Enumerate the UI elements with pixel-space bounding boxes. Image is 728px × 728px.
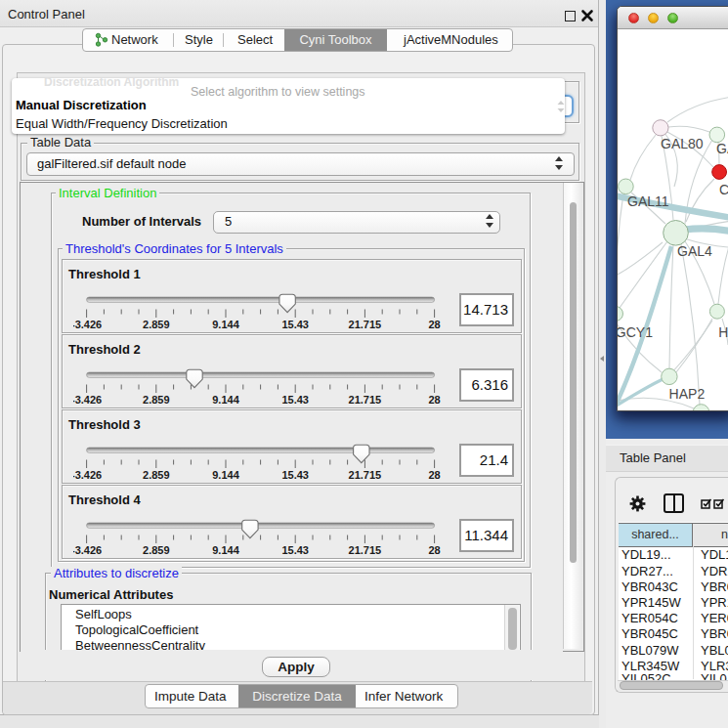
svg-text:28: 28 [428, 544, 440, 555]
svg-text:-3.426: -3.426 [73, 544, 102, 555]
svg-text:GAL4: GAL4 [677, 243, 712, 259]
svg-text:-3.426: -3.426 [73, 319, 102, 329]
svg-text:21.715: 21.715 [349, 544, 382, 555]
svg-text:2.859: 2.859 [143, 544, 170, 555]
svg-text:GAL80: GAL80 [661, 136, 704, 151]
svg-text:28: 28 [428, 319, 440, 329]
svg-text:9.144: 9.144 [212, 319, 239, 329]
svg-text:GCY1: GCY1 [618, 324, 653, 340]
svg-text:21.715: 21.715 [349, 469, 382, 480]
svg-text:GAL11: GAL11 [627, 193, 669, 209]
svg-text:9.144: 9.144 [212, 394, 239, 405]
svg-text:2.859: 2.859 [143, 394, 170, 405]
svg-text:15.43: 15.43 [281, 544, 309, 555]
svg-text:C: C [719, 182, 728, 197]
svg-text:-3.426: -3.426 [73, 394, 102, 405]
svg-text:9.144: 9.144 [212, 469, 239, 480]
svg-text:15.43: 15.43 [281, 469, 309, 480]
svg-text:9.144: 9.144 [212, 544, 239, 555]
svg-text:28: 28 [428, 469, 440, 480]
svg-text:GA: GA [716, 141, 728, 156]
svg-text:21.715: 21.715 [349, 394, 382, 405]
svg-text:H: H [718, 324, 728, 340]
svg-text:2.859: 2.859 [143, 319, 170, 329]
svg-text:2.859: 2.859 [143, 469, 170, 480]
svg-text:15.43: 15.43 [281, 319, 309, 329]
svg-text:21.715: 21.715 [349, 319, 382, 329]
svg-text:-3.426: -3.426 [73, 469, 102, 480]
svg-text:HAP2: HAP2 [669, 386, 706, 402]
svg-text:15.43: 15.43 [281, 394, 309, 405]
svg-text:28: 28 [428, 394, 440, 405]
